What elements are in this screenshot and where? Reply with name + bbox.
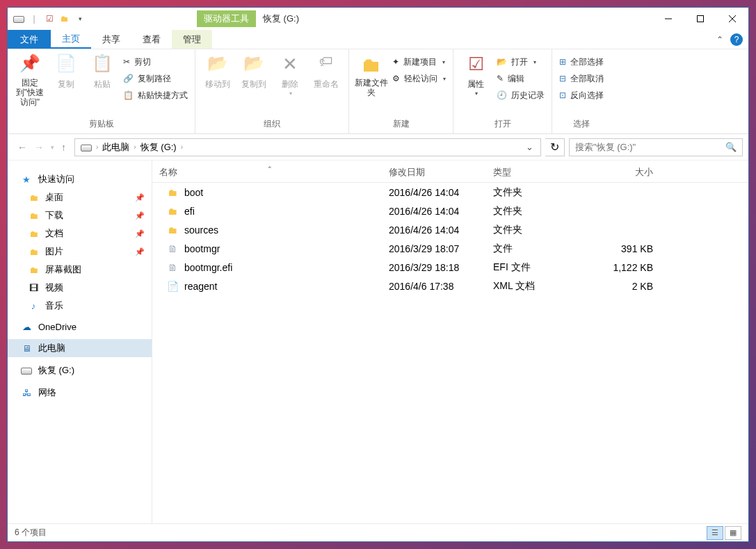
history-button[interactable]: 🕘历史记录 [494,87,547,104]
edit-icon: ✎ [497,74,504,83]
view-details-button[interactable]: ☰ [707,526,723,540]
easy-access-button[interactable]: ⚙轻松访问▾ [389,70,449,87]
svg-rect-1 [698,16,704,22]
nav-this-pc[interactable]: 🖥此电脑 [8,339,152,357]
file-row[interactable]: 🖿efi2016/4/26 14:04文件夹 [152,202,748,220]
paste-button[interactable]: 📋 粘贴 [84,51,120,93]
copy-to-button[interactable]: 📂复制到 [236,51,272,93]
col-header-type[interactable]: 类型 [486,166,590,179]
search-icon[interactable]: 🔍 [725,142,737,152]
view-icons-button[interactable]: ▦ [725,526,741,540]
select-group-label: 选择 [556,116,606,133]
qat-separator: | [27,12,41,26]
address-bar[interactable]: › 此电脑 › 恢复 (G:) › ⌄ [74,138,541,156]
copy-button[interactable]: 📄 复制 [48,51,84,93]
copy-icon: 📄 [55,54,77,76]
copy-label: 复制 [58,79,74,90]
nav-screenshots[interactable]: 🖿屏幕截图 [8,261,152,279]
pin-label: 固定到"快速访问" [13,79,47,107]
tab-manage[interactable]: 管理 [172,30,212,49]
select-none-button[interactable]: ⊟全部取消 [556,70,606,87]
collapse-ribbon-icon[interactable]: ⌃ [716,35,723,44]
copy-path-button[interactable]: 🔗复制路径 [120,70,191,87]
titlebar: | ☑ 🖿 ▾ 驱动器工具 恢复 (G:) [8,8,748,30]
pin-to-quick-access-button[interactable]: 📌 固定到"快速访问" [12,51,48,110]
help-icon[interactable]: ? [730,33,743,46]
file-row[interactable]: 🖿boot2016/4/26 14:04文件夹 [152,183,748,202]
col-header-date[interactable]: 修改日期 [382,166,486,179]
nav-onedrive[interactable]: ☁OneDrive [8,319,152,335]
qat-dropdown[interactable]: ▾ [73,12,87,26]
back-button[interactable]: ← [17,142,27,153]
col-header-size[interactable]: 大小 [590,166,660,179]
file-name: sources [184,224,218,236]
statusbar: 6 个项目 ☰ ▦ [8,523,748,541]
tab-view[interactable]: 查看 [131,30,172,49]
invert-selection-button[interactable]: ⊡反向选择 [556,87,606,104]
new-folder-button[interactable]: 🖿新建文件夹 [353,51,389,101]
nav-desktop[interactable]: 🖿桌面📌 [8,188,152,206]
file-date: 2016/4/26 14:04 [382,187,486,198]
clipboard-group-label: 剪贴板 [12,116,191,133]
file-size: 2 KB [590,281,660,292]
nav-downloads[interactable]: 🖿下载📌 [8,206,152,224]
move-to-button[interactable]: 📂移动到 [200,51,236,93]
select-all-button[interactable]: ⊞全部选择 [556,54,606,70]
edit-button[interactable]: ✎编辑 [494,70,547,87]
nav-recovery-drive[interactable]: 恢复 (G:) [8,361,152,379]
recent-dropdown[interactable]: ▾ [51,144,54,151]
nav-music[interactable]: ♪音乐 [8,297,152,315]
nav-quick-access[interactable]: ★快速访问 [8,170,152,188]
tab-home[interactable]: 主页 [51,30,91,49]
file-list: 🖿boot2016/4/26 14:04文件夹🖿efi2016/4/26 14:… [152,183,748,523]
forward-button[interactable]: → [34,142,44,153]
organize-group-label: 组织 [200,116,344,133]
new-item-button[interactable]: ✦新建项目▾ [389,54,449,70]
search-box[interactable]: 🔍 [569,138,743,156]
crumb-this-pc[interactable]: 此电脑 [98,141,134,154]
file-row[interactable]: 🗎bootmgr.efi2016/3/29 18:18EFI 文件1,122 K… [152,258,748,277]
tab-file[interactable]: 文件 [8,30,51,49]
pin-icon: 📌 [19,54,41,76]
maximize-button[interactable] [684,8,716,30]
open-button[interactable]: 📂打开▾ [494,54,547,70]
window-title: 恢复 (G:) [256,13,299,25]
properties-icon[interactable]: ☑ [42,12,56,26]
ribbon-group-open: ☑属性▾ 📂打开▾ ✎编辑 🕘历史记录 打开 [453,49,552,133]
folder-icon: 🖿 [166,206,179,217]
main-area: ★快速访问 🖿桌面📌 🖿下载📌 🖿文档📌 🖿图片📌 🖿屏幕截图 🎞视频 ♪音乐 … [8,161,748,523]
nav-network[interactable]: 🖧网络 [8,384,152,402]
up-button[interactable]: ↑ [61,142,66,153]
rename-button[interactable]: 🏷重命名 [308,51,344,93]
crumb-sep-icon[interactable]: › [181,143,183,151]
tab-share[interactable]: 共享 [91,30,131,49]
nav-videos[interactable]: 🎞视频 [8,279,152,297]
properties-button[interactable]: ☑属性▾ [458,51,494,99]
file-row[interactable]: 📄reagent2016/4/6 17:38XML 文档2 KB [152,277,748,295]
file-row[interactable]: 🖿sources2016/4/26 14:04文件夹 [152,220,748,239]
nav-documents[interactable]: 🖿文档📌 [8,224,152,243]
paste-shortcut-button[interactable]: 📋粘贴快捷方式 [120,87,191,104]
file-name: bootmgr.efi [184,262,232,273]
address-dropdown[interactable]: ⌄ [520,142,539,152]
search-input[interactable] [575,142,725,152]
refresh-button[interactable]: ↻ [545,138,565,156]
col-header-name[interactable]: ⌃名称 [152,166,382,179]
folder-icon: 🖿 [27,265,40,275]
file-date: 2016/4/6 17:38 [382,281,486,292]
new-group-label: 新建 [353,116,449,133]
delete-button[interactable]: ✕删除▾ [272,51,308,99]
file-type: 文件夹 [486,224,590,236]
open-group-label: 打开 [458,116,547,133]
minimize-button[interactable] [652,8,684,30]
file-row[interactable]: 🗎bootmgr2016/3/29 18:07文件391 KB [152,239,748,258]
select-all-icon: ⊞ [559,57,566,67]
cut-button[interactable]: ✂剪切 [120,54,191,70]
close-button[interactable] [716,8,748,30]
crumb-current[interactable]: 恢复 (G:) [136,141,181,154]
crumb-drive-icon[interactable] [77,144,96,151]
nav-pictures[interactable]: 🖿图片📌 [8,243,152,261]
drive-icon [20,366,33,376]
folder-icon[interactable]: 🖿 [58,12,72,26]
paste-label: 粘贴 [94,79,111,90]
